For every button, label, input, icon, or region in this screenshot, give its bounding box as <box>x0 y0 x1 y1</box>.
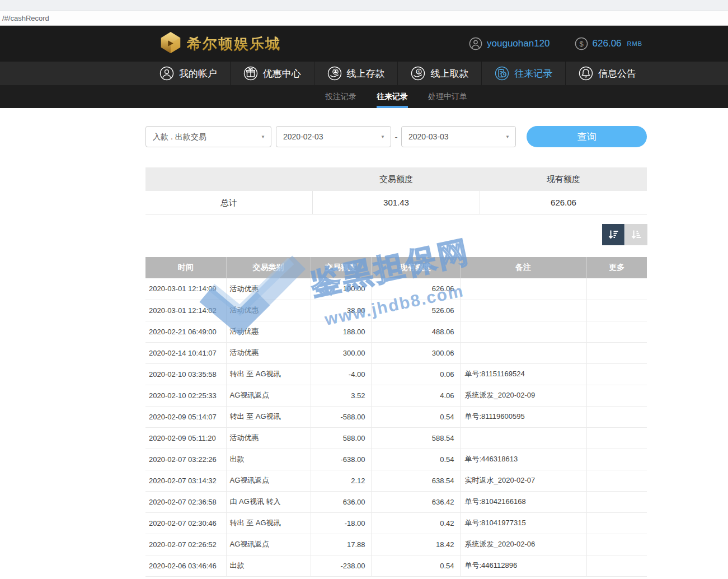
cell-note: 系统派发_2020-02-09 <box>460 385 586 406</box>
records-table-header: 时间 交易类别 交易额度 现有额度 备注 更多 <box>145 257 647 278</box>
cell-type: 出款 <box>226 555 311 576</box>
account-balance[interactable]: $ 626.06 RMB <box>575 37 642 50</box>
search-button[interactable]: 查询 <box>527 126 647 147</box>
cell-note <box>460 427 586 449</box>
table-row: 2020-02-06 03:46:46 出款 -238.00 0.54 单号:4… <box>145 555 647 576</box>
url-text: /#/cashRecord <box>2 14 49 22</box>
select-value: 2020-02-03 <box>283 132 323 141</box>
user-circle-icon <box>469 37 482 50</box>
nav-item-withdraw[interactable]: $ 线上取款 <box>398 62 482 85</box>
select-value: 入款 . 出款交易 <box>153 132 206 141</box>
cell-amount: -588.00 <box>311 406 371 427</box>
col-header-balance: 现有额度 <box>371 257 460 278</box>
cell-type: 活动优惠 <box>226 300 311 321</box>
cell-amount: -238.00 <box>311 555 371 576</box>
cell-more <box>586 470 647 491</box>
cell-type: 转出 至 AG视讯 <box>226 363 311 385</box>
col-header-time: 时间 <box>145 257 226 278</box>
cell-type: AG视讯返点 <box>226 470 311 491</box>
cell-time: 2020-03-01 12:14:02 <box>145 300 226 321</box>
cell-balance: 0.54 <box>371 555 460 576</box>
nav-item-my-account[interactable]: 我的帐户 <box>147 62 231 85</box>
cell-note: 单号:446318613 <box>460 449 586 470</box>
cell-amount: 300.00 <box>311 342 371 363</box>
site-header: 希尔顿娱乐城 youguohan120 $ 626.06 RMB <box>0 26 728 62</box>
filter-bar: 入款 . 出款交易 ▼ 2020-02-03 ▼ - 2020-03-03 ▼ … <box>145 126 647 147</box>
records-table-body: 2020-03-01 12:14:09 活动优惠 100.00 626.06 2… <box>145 278 647 576</box>
cell-note: 单号:81119600595 <box>460 406 586 427</box>
nav-item-announcements[interactable]: 信息公告 <box>566 62 649 85</box>
transaction-type-select[interactable]: 入款 . 出款交易 ▼ <box>145 126 271 147</box>
table-row: 2020-02-07 02:36:58 由 AG视讯 转入 636.00 636… <box>145 491 647 512</box>
cell-type: 转出 至 AG视讯 <box>226 512 311 534</box>
cell-time: 2020-02-07 02:30:46 <box>145 512 226 534</box>
tab-label: 投注记录 <box>325 92 356 101</box>
tab-pending-orders[interactable]: 处理中订单 <box>428 85 467 108</box>
cell-amount: -638.00 <box>311 449 371 470</box>
sort-ascending-button[interactable] <box>625 224 647 245</box>
cell-more <box>586 342 647 363</box>
cell-more <box>586 449 647 470</box>
cell-time: 2020-02-07 03:22:26 <box>145 449 226 470</box>
account-user[interactable]: youguohan120 <box>469 37 550 50</box>
tab-bet-records[interactable]: 投注记录 <box>325 85 356 108</box>
svg-text:$: $ <box>418 69 421 74</box>
sort-descending-icon <box>607 228 619 241</box>
address-bar[interactable]: /#/cashRecord <box>0 11 728 26</box>
nav-label: 我的帐户 <box>179 67 217 80</box>
brand-cube-icon <box>159 31 182 57</box>
cell-time: 2020-02-07 02:36:58 <box>145 491 226 512</box>
cell-time: 2020-02-14 10:41:07 <box>145 342 226 363</box>
cell-amount: 188.00 <box>311 321 371 342</box>
cell-balance: 0.54 <box>371 449 460 470</box>
cell-type: 转出 至 AG视讯 <box>226 406 311 427</box>
cell-type: 由 AG视讯 转入 <box>226 491 311 512</box>
brand-logo[interactable]: 希尔顿娱乐城 <box>159 31 281 57</box>
nav-item-records[interactable]: 往来记录 <box>482 62 566 85</box>
select-value: 2020-03-03 <box>408 132 449 141</box>
cell-time: 2020-02-21 06:49:00 <box>145 321 226 342</box>
summary-header-current: 现有额度 <box>480 167 647 191</box>
dollar-coin-icon: $ <box>575 37 588 50</box>
cell-more <box>586 427 647 449</box>
cell-type: AG视讯返点 <box>226 385 311 406</box>
deposit-hand-icon <box>327 66 342 81</box>
col-header-note: 备注 <box>460 257 586 278</box>
summary-trade-total: 301.43 <box>312 191 480 214</box>
cell-note: 系统派发_2020-02-06 <box>460 534 586 555</box>
account-area: youguohan120 $ 626.06 RMB <box>469 37 642 50</box>
col-header-more: 更多 <box>586 257 647 278</box>
cell-note: 单号:81041977315 <box>460 512 586 534</box>
cell-balance: 488.06 <box>371 321 460 342</box>
cell-type: 活动优惠 <box>226 278 311 300</box>
cell-note: 单号:81151169524 <box>460 363 586 385</box>
cell-amount: 38.00 <box>311 300 371 321</box>
summary-current-total: 626.06 <box>480 191 647 214</box>
cell-amount: 588.00 <box>311 427 371 449</box>
cell-time: 2020-02-07 03:14:32 <box>145 470 226 491</box>
user-icon <box>159 66 174 81</box>
nav-item-deposit[interactable]: 线上存款 <box>314 62 398 85</box>
cell-amount: -4.00 <box>311 363 371 385</box>
summary-table: 交易额度 现有额度 总计 301.43 626.06 <box>145 167 647 214</box>
main-nav: 我的帐户 优惠中心 线上存款 $ <box>0 62 728 85</box>
records-table: 时间 交易类别 交易额度 现有额度 备注 更多 2020-03-01 12:14… <box>145 257 647 577</box>
summary-header-trade: 交易额度 <box>313 167 480 191</box>
cell-amount: 3.52 <box>311 385 371 406</box>
sort-descending-button[interactable] <box>602 224 624 245</box>
nav-label: 线上存款 <box>347 67 385 80</box>
tab-cash-records[interactable]: 往来记录 <box>377 85 408 108</box>
cell-more <box>586 406 647 427</box>
sort-controls <box>602 224 647 245</box>
date-from-select[interactable]: 2020-02-03 ▼ <box>276 126 391 147</box>
nav-label: 往来记录 <box>514 67 552 80</box>
table-row: 2020-02-09 05:11:20 活动优惠 588.00 588.54 <box>145 427 647 449</box>
table-row: 2020-02-07 02:26:52 AG视讯返点 17.88 18.42 系… <box>145 534 647 555</box>
bell-icon <box>579 66 593 81</box>
date-to-select[interactable]: 2020-03-03 ▼ <box>401 126 516 147</box>
nav-item-promotions[interactable]: 优惠中心 <box>231 62 314 85</box>
chevron-down-icon: ▼ <box>505 127 510 148</box>
cell-balance: 300.06 <box>371 342 460 363</box>
table-row: 2020-02-07 02:30:46 转出 至 AG视讯 -18.00 0.4… <box>145 512 647 534</box>
nav-label: 信息公告 <box>598 67 636 80</box>
